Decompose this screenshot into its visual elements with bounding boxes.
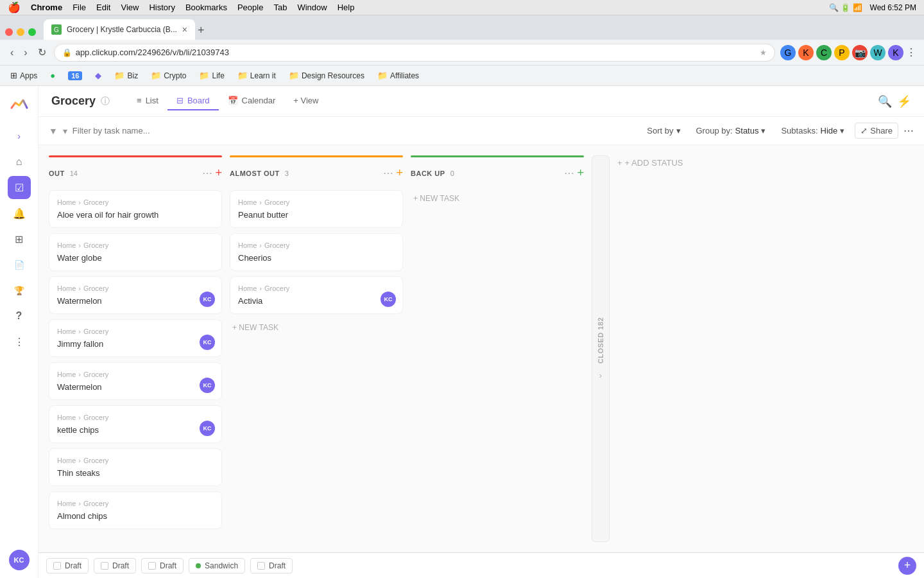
design-folder-icon: 📁 (289, 71, 299, 80)
task-card[interactable]: Home › Grocery Aloe vera oil for hair gr… (49, 190, 222, 228)
almost-out-new-task-btn[interactable]: + NEW TASK (230, 319, 403, 336)
out-more-btn[interactable]: ⋯ (202, 166, 212, 180)
sidebar-notifications-btn[interactable]: 🔔 (8, 202, 31, 225)
share-button[interactable]: ⤢ Share (855, 123, 898, 139)
tab-add-view[interactable]: + View (284, 92, 327, 110)
edit-menu[interactable]: Edit (96, 3, 110, 12)
more-options-button[interactable]: ⋯ (903, 125, 914, 137)
taskbar-draft-1[interactable]: Draft (46, 558, 89, 574)
closed-column[interactable]: CLOSED 182 › (592, 155, 610, 542)
task-card[interactable]: Home › Grocery Water globe (49, 233, 222, 271)
ext-icon-4[interactable]: P (834, 45, 850, 60)
bookmark-affiliates[interactable]: 📁 Affiliates (372, 69, 424, 82)
help-menu[interactable]: Help (338, 3, 355, 12)
reload-button[interactable]: ↻ (35, 44, 49, 61)
maximize-window-btn[interactable] (28, 28, 36, 36)
filter-icon-btn[interactable]: ▼ (49, 126, 58, 136)
task-card[interactable]: Home › Grocery Watermelon KC (49, 276, 222, 314)
minimize-window-btn[interactable] (17, 28, 24, 36)
search-button[interactable]: 🔍 (878, 94, 892, 109)
taskbar-sandwich[interactable]: Sandwich (189, 558, 245, 574)
bookmark-design[interactable]: 📁 Design Resources (284, 69, 370, 82)
sidebar-tasks-btn[interactable]: ☑ (8, 176, 31, 199)
file-menu[interactable]: File (73, 3, 86, 12)
group-button[interactable]: Group by: Status ▾ (691, 123, 771, 138)
window-menu[interactable]: Window (297, 3, 327, 12)
task-card[interactable]: Home › Grocery Thin steaks (49, 448, 222, 486)
tab-calendar[interactable]: 📅 Calendar (219, 92, 285, 110)
ext-icon-3[interactable]: C (816, 45, 832, 60)
taskbar-add-button[interactable]: + (898, 557, 916, 575)
almost-out-add-btn[interactable]: + (396, 166, 403, 180)
chrome-menu[interactable]: Chrome (31, 3, 62, 12)
bookmark-life[interactable]: 📁 Life (194, 69, 229, 82)
bookmark-crypto[interactable]: 📁 Crypto (146, 69, 191, 82)
bookmark-apps[interactable]: ⊞ Apps (5, 69, 42, 82)
task-card[interactable]: Home › Grocery Cheerios (230, 233, 403, 271)
forward-button[interactable]: › (21, 44, 30, 61)
taskbar-draft-2[interactable]: Draft (94, 558, 136, 574)
tab-close-btn[interactable]: × (182, 24, 187, 35)
back-up-count: 0 (450, 170, 454, 177)
task-card[interactable]: Home › Grocery Activia KC (230, 276, 403, 314)
main-content: Grocery ⓘ ≡ List ⊟ Board 📅 Calendar + Vi… (38, 86, 924, 578)
new-tab-button[interactable]: + (198, 24, 205, 37)
view-menu[interactable]: View (121, 3, 139, 12)
clickup-logo[interactable] (9, 94, 30, 114)
back-up-more-btn[interactable]: ⋯ (564, 166, 574, 180)
ext-icon-5[interactable]: 📷 (852, 45, 868, 60)
ext-icon-1[interactable]: G (780, 45, 796, 60)
more-extensions[interactable]: ⋮ (906, 46, 916, 58)
back-up-add-btn[interactable]: + (577, 166, 584, 180)
bookmark-clickup2[interactable]: ◆ (90, 69, 107, 82)
taskbar-draft-4[interactable]: Draft (250, 558, 293, 574)
bookmark-biz[interactable]: 📁 Biz (109, 69, 143, 82)
add-status-button[interactable]: + + ADD STATUS (617, 158, 683, 168)
bookmark-spotify[interactable]: ● (45, 69, 60, 82)
add-status-plus-icon: + (617, 158, 622, 168)
lightning-button[interactable]: ⚡ (897, 94, 911, 109)
bookmark-biz-label: Biz (127, 71, 138, 80)
task-card[interactable]: Home › Grocery Jimmy fallon KC (49, 319, 222, 357)
filter-input[interactable] (73, 126, 637, 136)
sidebar-more-btn[interactable]: ⋮ (8, 330, 31, 353)
column-out-header (49, 155, 222, 157)
apple-menu[interactable]: 🍎 (8, 1, 21, 13)
sidebar-nav-btn[interactable]: › (8, 125, 31, 148)
tab-board[interactable]: ⊟ Board (167, 92, 219, 110)
out-status-line (49, 155, 222, 157)
group-value: Status (735, 126, 759, 136)
filter-dropdown-btn[interactable]: ▾ (63, 126, 67, 136)
sidebar-home-btn[interactable]: ⌂ (8, 150, 31, 173)
bookmarks-menu[interactable]: Bookmarks (185, 3, 227, 12)
back-up-new-task-btn[interactable]: + NEW TASK (411, 190, 584, 207)
sidebar-goals-btn[interactable]: 🏆 (8, 279, 31, 302)
back-button[interactable]: ‹ (8, 44, 16, 61)
task-card[interactable]: Home › Grocery Watermelon KC (49, 362, 222, 400)
active-tab[interactable]: G Grocery | Krystle Carbuccia (B... × (44, 19, 195, 40)
sort-button[interactable]: Sort by ▾ (642, 123, 685, 138)
info-icon[interactable]: ⓘ (101, 96, 110, 107)
sidebar-docs-btn[interactable]: 📄 (8, 253, 31, 276)
task-card[interactable]: Home › Grocery kettle chips KC (49, 405, 222, 443)
bookmark-learn[interactable]: 📁 Learn it (232, 69, 281, 82)
tab-menu[interactable]: Tab (273, 3, 287, 12)
task-card[interactable]: Home › Grocery Almond chips (49, 491, 222, 529)
ext-icon-2[interactable]: K (798, 45, 814, 60)
sidebar-help-btn[interactable]: ? (8, 304, 31, 328)
sidebar-avatar[interactable]: KC (9, 550, 30, 570)
people-menu[interactable]: People (237, 3, 263, 12)
task-card[interactable]: Home › Grocery Peanut butter (230, 190, 403, 228)
almost-out-more-btn[interactable]: ⋯ (383, 166, 393, 180)
history-menu[interactable]: History (149, 3, 175, 12)
out-add-btn[interactable]: + (215, 166, 222, 180)
taskbar-draft-3[interactable]: Draft (141, 558, 184, 574)
bookmark-16[interactable]: 16 (63, 69, 87, 82)
sidebar-dashboard-btn[interactable]: ⊞ (8, 227, 31, 250)
close-window-btn[interactable] (5, 28, 13, 36)
url-bar[interactable]: 🔒 app.clickup.com/2249626/v/b/li/2103974… (54, 44, 775, 62)
subtasks-button[interactable]: Subtasks: Hide ▾ (776, 123, 850, 138)
user-profile-icon[interactable]: K (888, 45, 903, 60)
tab-list[interactable]: ≡ List (128, 92, 167, 110)
ext-icon-6[interactable]: W (870, 45, 886, 60)
